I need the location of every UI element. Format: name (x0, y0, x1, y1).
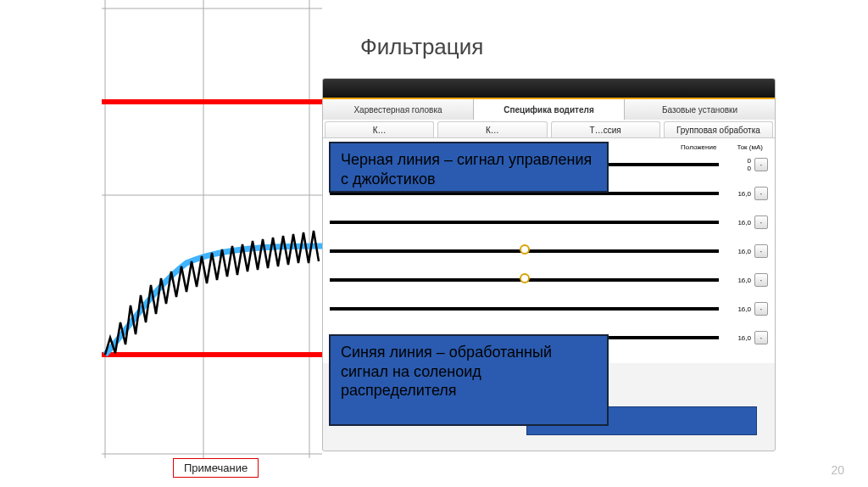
slider-value: 16,0 (726, 277, 751, 284)
slider-options-button[interactable]: · (754, 331, 768, 344)
slider-value: 16,0 (726, 248, 751, 255)
subtab-d[interactable]: Групповая обработка (664, 121, 773, 137)
slider-track[interactable] (330, 278, 719, 282)
slider-options-button[interactable]: · (754, 187, 768, 200)
slider-options-button[interactable]: · (754, 158, 768, 171)
page-number: 20 (831, 463, 844, 477)
slider-handle[interactable] (520, 273, 530, 283)
callout-black-line: Черная линия – сигнал управления с джойс… (329, 142, 609, 193)
slider-value: 00 (726, 157, 751, 172)
sub-tabs: К… К… Т…ссия Групповая обработка (323, 120, 775, 138)
slider-handle[interactable] (520, 244, 530, 255)
page-title: Фильтрация (360, 34, 483, 60)
slider-value: 16,0 (726, 219, 751, 227)
slider-options-button[interactable]: · (754, 216, 768, 229)
col-current: Ток (мА) (737, 143, 763, 151)
slider-row: 16,0· (330, 268, 768, 292)
slider-row: 16,0· (330, 210, 768, 234)
subtab-a[interactable]: К… (325, 121, 434, 137)
slider-options-button[interactable]: · (754, 273, 768, 287)
note-box: Примечание (173, 458, 259, 478)
tab-driver-specific[interactable]: Специфика водителя (474, 99, 625, 120)
tab-base-settings[interactable]: Базовые установки (625, 99, 775, 120)
window-titlebar (323, 79, 775, 99)
col-position: Положение (681, 143, 716, 151)
subtab-c[interactable]: Т…ссия (551, 121, 660, 137)
slider-options-button[interactable]: · (754, 302, 768, 316)
slider-row: 16,0· (330, 239, 768, 263)
slider-track[interactable] (330, 249, 719, 253)
main-tabs: Харвестерная головка Специфика водителя … (323, 99, 775, 120)
slider-track[interactable] (330, 221, 719, 224)
callout-blue-line: Синяя линия – обработанный сигнал на сол… (329, 334, 609, 426)
slider-value: 16,0 (726, 334, 751, 342)
signal-chart (102, 0, 322, 458)
subtab-b[interactable]: К… (437, 121, 547, 137)
slider-track[interactable] (330, 307, 719, 311)
tab-harvester-head[interactable]: Харвестерная головка (323, 99, 474, 120)
slider-value: 16,0 (726, 190, 751, 198)
slider-row: 16,0· (330, 297, 768, 321)
slider-value: 16,0 (726, 305, 751, 313)
slider-options-button[interactable]: · (754, 244, 768, 258)
